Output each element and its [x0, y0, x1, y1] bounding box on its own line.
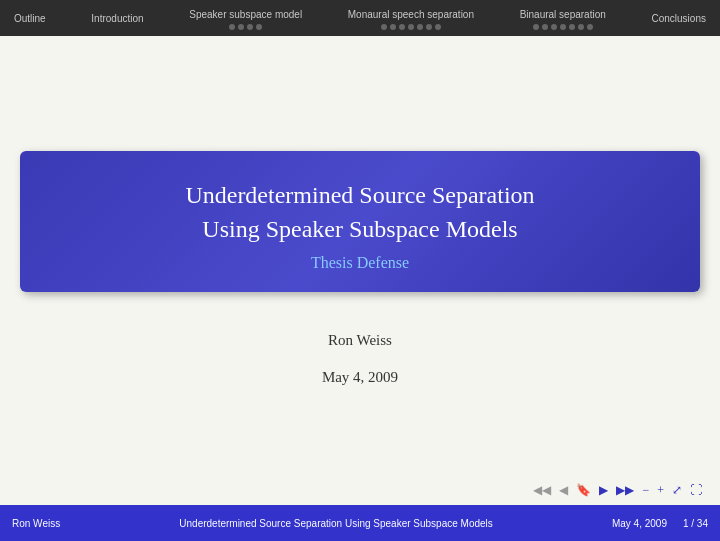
nav-prev-icon[interactable]: ◀ — [557, 482, 570, 499]
nav-zoom-out-icon[interactable]: − — [640, 482, 651, 499]
status-date: May 4, 2009 — [612, 518, 667, 529]
presentation-title: Underdetermined Source Separation Using … — [60, 179, 660, 246]
nav-conclusions-label[interactable]: Conclusions — [645, 11, 711, 26]
status-author: Ron Weiss — [12, 518, 60, 529]
slide-navigation-controls[interactable]: ◀◀ ◀ 🔖 ▶ ▶▶ − + ⤢ ⛶ — [531, 482, 704, 499]
nav-outline-label[interactable]: Outline — [8, 11, 52, 26]
nav-zoom-in-icon[interactable]: + — [655, 482, 666, 499]
dot-m3 — [399, 24, 405, 30]
title-box: Underdetermined Source Separation Using … — [20, 151, 700, 292]
presentation-subtitle: Thesis Defense — [60, 254, 660, 272]
nav-monaural[interactable]: Monaural speech separation — [342, 7, 480, 30]
author-name: Ron Weiss — [328, 332, 392, 349]
nav-speaker-dots — [229, 24, 262, 30]
nav-monaural-label[interactable]: Monaural speech separation — [342, 7, 480, 22]
title-line1: Underdetermined Source Separation — [185, 182, 534, 208]
dot-m7 — [435, 24, 441, 30]
dot-b3 — [551, 24, 557, 30]
nav-outline[interactable]: Outline — [8, 11, 52, 26]
dot-m1 — [381, 24, 387, 30]
nav-binaural[interactable]: Binaural separation — [514, 7, 612, 30]
dot-m6 — [426, 24, 432, 30]
status-title: Underdetermined Source Separation Using … — [60, 518, 612, 529]
dot-m2 — [390, 24, 396, 30]
nav-first-icon[interactable]: ◀◀ — [531, 482, 553, 499]
dot-3 — [247, 24, 253, 30]
title-line2: Using Speaker Subspace Models — [202, 216, 517, 242]
dot-b6 — [578, 24, 584, 30]
dot-m5 — [417, 24, 423, 30]
top-navigation: Outline Introduction Speaker subspace mo… — [0, 0, 720, 36]
status-page: 1 / 34 — [683, 518, 708, 529]
main-content: Underdetermined Source Separation Using … — [0, 36, 720, 501]
nav-binaural-dots — [533, 24, 593, 30]
dot-b1 — [533, 24, 539, 30]
nav-fullscreen-icon[interactable]: ⛶ — [688, 482, 704, 499]
nav-bookmark-icon[interactable]: 🔖 — [574, 482, 593, 499]
dot-4 — [256, 24, 262, 30]
dot-b5 — [569, 24, 575, 30]
dot-b2 — [542, 24, 548, 30]
presentation-date: May 4, 2009 — [322, 369, 398, 386]
status-bar: Ron Weiss Underdetermined Source Separat… — [0, 505, 720, 541]
dot-m4 — [408, 24, 414, 30]
nav-introduction-label[interactable]: Introduction — [85, 11, 149, 26]
nav-monaural-dots — [381, 24, 441, 30]
nav-speaker-subspace[interactable]: Speaker subspace model — [183, 7, 308, 30]
nav-binaural-label[interactable]: Binaural separation — [514, 7, 612, 22]
dot-b4 — [560, 24, 566, 30]
nav-last-icon[interactable]: ▶▶ — [614, 482, 636, 499]
dot-1 — [229, 24, 235, 30]
status-right: May 4, 2009 1 / 34 — [612, 518, 708, 529]
nav-conclusions[interactable]: Conclusions — [645, 11, 711, 26]
dot-b7 — [587, 24, 593, 30]
nav-fit-icon[interactable]: ⤢ — [670, 482, 684, 499]
dot-2 — [238, 24, 244, 30]
nav-next-icon[interactable]: ▶ — [597, 482, 610, 499]
nav-speaker-subspace-label[interactable]: Speaker subspace model — [183, 7, 308, 22]
nav-introduction[interactable]: Introduction — [85, 11, 149, 26]
